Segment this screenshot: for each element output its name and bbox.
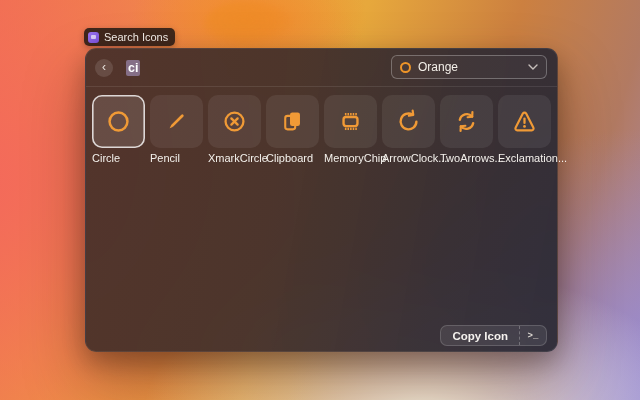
icon-result-twoarrows[interactable]: TwoArrows...: [440, 95, 493, 164]
copy-icon-label: Copy Icon: [452, 330, 508, 342]
chevron-down-icon: [528, 64, 538, 70]
dropdown-selected-value: Orange: [418, 60, 521, 74]
icon-grid: Circle Pencil XmarkCircle: [86, 87, 557, 164]
icon-result-pencil[interactable]: Pencil: [150, 95, 203, 164]
icon-result-memorychip[interactable]: MemoryChip: [324, 95, 377, 164]
window-header: ‹ ci Orange: [86, 49, 557, 86]
search-icons-tooltip: Search Icons: [84, 28, 175, 46]
pencil-icon[interactable]: [150, 95, 203, 148]
icon-result-circle[interactable]: Circle: [92, 95, 145, 164]
clipboard-icon[interactable]: [266, 95, 319, 148]
circle-icon[interactable]: [92, 95, 145, 148]
icon-label: Clipboard: [266, 152, 319, 164]
chevron-left-icon: ‹: [102, 61, 106, 73]
tooltip-label: Search Icons: [104, 31, 168, 43]
wallpaper-blob: [204, 1, 292, 45]
icon-label: MemoryChip: [324, 152, 377, 164]
extension-icon: [88, 32, 99, 43]
memory-chip-icon[interactable]: [324, 95, 377, 148]
copy-icon-button[interactable]: Copy Icon: [441, 326, 519, 345]
icon-label: Circle: [92, 152, 145, 164]
icon-result-arrowclockwise[interactable]: ArrowClock...: [382, 95, 435, 164]
icon-label: Pencil: [150, 152, 203, 164]
terminal-prompt-icon[interactable]: >_: [519, 326, 546, 345]
icon-result-exclamation[interactable]: Exclamation...: [498, 95, 551, 164]
arrow-clockwise-icon[interactable]: [382, 95, 435, 148]
icon-result-clipboard[interactable]: Clipboard: [266, 95, 319, 164]
orange-circle-icon: [400, 62, 411, 73]
icon-result-xmarkcircle[interactable]: XmarkCircle: [208, 95, 261, 164]
search-input[interactable]: ci: [126, 60, 140, 76]
icon-label: Exclamation...: [498, 152, 551, 164]
two-arrows-circle-icon[interactable]: [440, 95, 493, 148]
icon-label: XmarkCircle: [208, 152, 261, 164]
icon-label: ArrowClock...: [382, 152, 435, 164]
icon-search-window: ‹ ci Orange Circle Pencil: [85, 48, 558, 352]
xmark-circle-icon[interactable]: [208, 95, 261, 148]
color-filter-dropdown[interactable]: Orange: [391, 55, 547, 79]
icon-label: TwoArrows...: [440, 152, 493, 164]
back-button[interactable]: ‹: [95, 59, 113, 77]
exclamation-triangle-icon[interactable]: [498, 95, 551, 148]
copy-icon-split-button[interactable]: Copy Icon >_: [440, 325, 547, 346]
